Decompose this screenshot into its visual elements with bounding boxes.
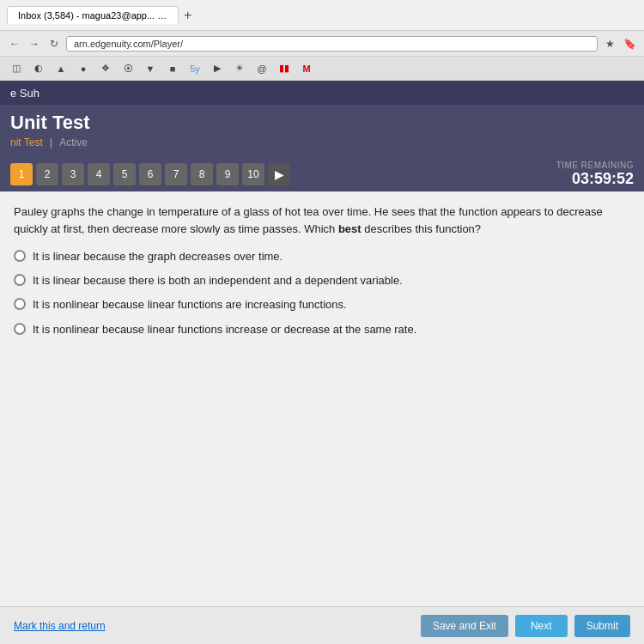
ext6-icon[interactable]: ▼ — [141, 59, 160, 78]
question-num-6[interactable]: 6 — [139, 163, 161, 185]
time-remaining-area: TIME REMAINING 03:59:52 — [556, 161, 634, 188]
question-num-8[interactable]: 8 — [191, 163, 213, 185]
browser-toolbar: ← → ↻ arn.edgenuity.com/Player/ ★ 🔖 — [0, 31, 644, 57]
browser-tab-bar: Inbox (3,584) - magua23@app... × × + — [0, 0, 644, 31]
question-nav: 1 2 3 4 5 6 7 8 9 10 ▶ TIME REMAINING 03… — [0, 157, 644, 191]
ext5-icon[interactable]: ⦿ — [118, 59, 137, 78]
ext4-icon[interactable]: ❖ — [96, 59, 115, 78]
answer-option-2[interactable]: It is linear because there is both an in… — [14, 273, 630, 289]
question-text-part1: Pauley graphs the change in temperature … — [14, 205, 603, 235]
question-num-7[interactable]: 7 — [165, 163, 187, 185]
option-text-4: It is nonlinear because linear functions… — [33, 322, 416, 337]
browser-extensions-row: ◫ ◐ ▲ ● ❖ ⦿ ▼ ■ 5y ▶ ☀ @ ▮▮ M — [0, 57, 644, 81]
answer-option-3[interactable]: It is nonlinear because linear functions… — [14, 297, 630, 313]
ext2-icon[interactable]: ▲ — [52, 59, 70, 78]
ext8-icon[interactable]: 5y — [185, 59, 204, 78]
ext1-icon[interactable]: ◐ — [29, 59, 48, 78]
save-exit-button[interactable]: Save and Exit — [421, 615, 508, 637]
mark-return-link[interactable]: Mark this and return — [14, 620, 106, 632]
close-icon[interactable]: × — [171, 10, 176, 21]
submit-button[interactable]: Submit — [574, 615, 630, 637]
breadcrumb-link[interactable]: nit Test — [10, 137, 43, 149]
ext7-icon[interactable]: ■ — [163, 59, 182, 78]
option-text-2: It is linear because there is both an in… — [33, 273, 403, 289]
new-tab-icon[interactable]: + — [184, 8, 191, 23]
ext11-icon[interactable]: @ — [252, 59, 271, 78]
radio-1[interactable] — [14, 250, 26, 262]
ext12-icon[interactable]: ▮▮ — [275, 59, 294, 78]
question-num-9[interactable]: 9 — [216, 163, 239, 185]
bookmark-icon[interactable]: 🔖 — [622, 36, 637, 52]
answer-option-4[interactable]: It is nonlinear because linear functions… — [14, 322, 630, 337]
active-browser-tab[interactable]: Inbox (3,584) - magua23@app... × × — [7, 6, 179, 24]
user-header: e Suh — [0, 81, 644, 105]
question-num-1[interactable]: 1 — [10, 163, 33, 185]
content-spacer — [0, 411, 644, 607]
question-num-4[interactable]: 4 — [88, 163, 110, 185]
question-text-part2: describes this function? — [361, 222, 481, 235]
main-content: Pauley graphs the change in temperature … — [0, 191, 644, 411]
option-text-3: It is nonlinear because linear functions… — [33, 297, 347, 313]
footer-bar: Mark this and return Save and Exit Next … — [0, 606, 644, 644]
apps-icon[interactable]: ◫ — [7, 59, 26, 78]
question-text: Pauley graphs the change in temperature … — [14, 204, 630, 237]
radio-4[interactable] — [14, 323, 26, 335]
forward-icon[interactable]: → — [27, 36, 42, 52]
footer-buttons: Save and Exit Next Submit — [421, 615, 630, 637]
question-num-3[interactable]: 3 — [62, 163, 84, 185]
breadcrumb-active: Active — [59, 137, 88, 149]
time-remaining-value: 03:59:52 — [556, 170, 634, 188]
star-icon[interactable]: ★ — [602, 36, 617, 52]
gmail-icon[interactable]: M — [297, 59, 316, 78]
next-button[interactable]: Next — [515, 615, 568, 637]
user-name: e Suh — [10, 87, 39, 100]
ext9-icon[interactable]: ▶ — [208, 59, 227, 78]
question-text-bold: best — [338, 222, 361, 235]
question-num-2[interactable]: 2 — [36, 163, 58, 185]
option-text-1: It is linear because the graph decreases… — [33, 249, 283, 264]
breadcrumb: nit Test | Active — [10, 136, 634, 149]
question-num-10[interactable]: 10 — [242, 163, 264, 185]
address-bar[interactable]: arn.edgenuity.com/Player/ — [66, 36, 598, 52]
breadcrumb-separator: | — [50, 136, 52, 149]
back-icon[interactable]: ← — [7, 36, 22, 52]
question-num-5[interactable]: 5 — [113, 163, 136, 185]
reload-icon[interactable]: ↻ — [46, 36, 62, 52]
radio-2[interactable] — [14, 274, 26, 286]
answer-option-1[interactable]: It is linear because the graph decreases… — [14, 249, 630, 264]
next-question-button[interactable]: ▶ — [268, 163, 290, 185]
page-title: Unit Test — [10, 112, 634, 134]
title-area: Unit Test nit Test | Active — [0, 105, 644, 157]
tab-text: Inbox (3,584) - magua23@app... × — [18, 10, 167, 21]
radio-3[interactable] — [14, 298, 26, 310]
time-remaining-label: TIME REMAINING — [556, 161, 634, 170]
ext10-icon[interactable]: ☀ — [230, 59, 249, 78]
ext3-icon[interactable]: ● — [74, 59, 93, 78]
